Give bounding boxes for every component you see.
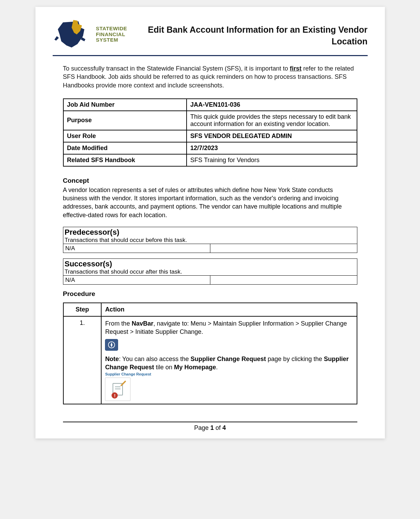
procedure-heading: Procedure — [63, 290, 357, 298]
intro-emphasis: first — [290, 65, 302, 72]
text: page by clicking the — [266, 356, 324, 362]
text: Supplier Change Request — [191, 356, 266, 362]
meta-label: Date Modified — [63, 142, 187, 154]
meta-value: SFS VENDOR DELEGATED ADMIN — [187, 130, 357, 142]
action-note: Note: You can also access the Supplier C… — [105, 355, 353, 372]
successor-title: Successor(s) — [65, 260, 355, 268]
text: tile on — [154, 364, 174, 371]
successor-header: Successor(s) Transactions that should oc… — [63, 259, 357, 276]
footer-current-page: 1 — [210, 424, 214, 431]
page-title: Edit Bank Account Information for an Exi… — [127, 17, 367, 47]
concept-body: A vendor location represents a set of ru… — [63, 186, 357, 219]
footer-pre: Page — [194, 424, 210, 431]
text: My Homepage — [174, 364, 216, 371]
text: : You can also access the — [119, 356, 190, 362]
step-column-header: Step — [63, 303, 102, 316]
action-cell: From the NavBar, navigate to: Menu > Mai… — [101, 316, 357, 404]
logo-text: STATEWIDE FINANCIAL SYSTEM — [96, 26, 127, 43]
table-row: N/A — [63, 244, 357, 253]
meta-label: Purpose — [63, 111, 187, 130]
table-row: Date Modified 12/7/2023 — [63, 142, 357, 154]
table-row: Related SFS Handbook SFS Training for Ve… — [63, 154, 357, 166]
sfs-logo-graphic — [53, 17, 94, 52]
meta-value: SFS Training for Vendors — [187, 154, 357, 166]
document-page: STATEWIDE FINANCIAL SYSTEM Edit Bank Acc… — [35, 7, 385, 438]
meta-label: User Role — [63, 130, 187, 142]
supplier-change-request-tile: Supplier Change Request ! — [105, 372, 353, 401]
page-content: To successfully transact in the Statewid… — [53, 64, 368, 411]
compass-icon — [108, 341, 115, 349]
successor-empty — [210, 276, 357, 285]
table-row: User Role SFS VENDOR DELEGATED ADMIN — [63, 130, 357, 142]
note-label: Note — [105, 356, 119, 362]
tile-caption: Supplier Change Request — [105, 372, 353, 376]
sfs-logo: STATEWIDE FINANCIAL SYSTEM — [53, 17, 127, 52]
table-row: Job Aid Number JAA-VEN101-036 — [63, 99, 357, 111]
meta-value: 12/7/2023 — [187, 142, 357, 154]
navbar-compass-icon — [105, 339, 118, 351]
footer-total-pages: 4 — [222, 424, 226, 431]
action-line-1: From the NavBar, navigate to: Menu > Mai… — [105, 319, 353, 336]
meta-label: Related SFS Handbook — [63, 154, 187, 166]
logo-line1: STATEWIDE — [96, 25, 127, 31]
successor-subtitle: Transactions that should occur after thi… — [65, 268, 355, 275]
procedure-table: Step Action 1. From the NavBar, navigate… — [63, 303, 357, 404]
logo-line2: FINANCIAL — [96, 31, 125, 37]
predecessor-empty — [210, 244, 357, 253]
table-header-row: Step Action — [63, 303, 357, 316]
navbar-term: NavBar — [132, 320, 153, 327]
meta-value: JAA-VEN101-036 — [187, 99, 357, 111]
page-header: STATEWIDE FINANCIAL SYSTEM Edit Bank Acc… — [53, 17, 368, 56]
predecessor-table: Predecessor(s) Transactions that should … — [63, 227, 357, 253]
predecessor-header: Predecessor(s) Transactions that should … — [63, 227, 357, 244]
predecessor-subtitle: Transactions that should occur before th… — [65, 237, 355, 244]
concept-heading: Concept — [63, 177, 357, 184]
page-footer: Page 1 of 4 — [63, 422, 357, 432]
alert-badge-icon: ! — [112, 392, 118, 399]
intro-paragraph: To successfully transact in the Statewid… — [63, 64, 357, 89]
text: . — [216, 364, 218, 371]
footer-mid: of — [214, 424, 222, 431]
table-row: N/A — [63, 276, 357, 285]
metadata-table: Job Aid Number JAA-VEN101-036 Purpose Th… — [63, 98, 357, 167]
successor-value: N/A — [63, 276, 210, 285]
successor-table: Successor(s) Transactions that should oc… — [63, 258, 357, 285]
step-number: 1. — [63, 316, 102, 404]
table-row: Purpose This quick guide provides the st… — [63, 111, 357, 130]
predecessor-title: Predecessor(s) — [65, 228, 355, 237]
text: From the — [105, 320, 132, 327]
tile-graphic: ! — [105, 378, 130, 401]
action-column-header: Action — [101, 303, 357, 316]
table-row: 1. From the NavBar, navigate to: Menu > … — [63, 316, 357, 404]
meta-label: Job Aid Number — [63, 99, 187, 111]
predecessor-value: N/A — [63, 244, 210, 253]
intro-pre: To successfully transact in the Statewid… — [63, 65, 290, 72]
logo-line3: SYSTEM — [96, 37, 118, 43]
meta-value: This quick guide provides the steps nece… — [187, 111, 357, 130]
